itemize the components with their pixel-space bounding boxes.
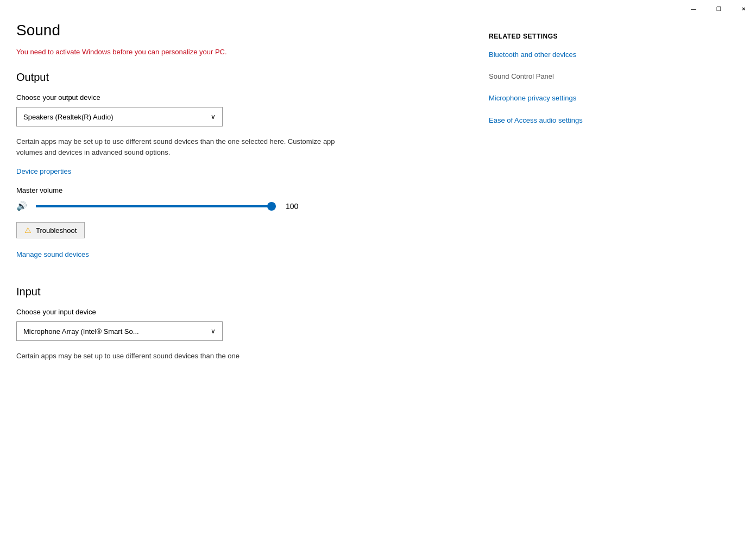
minimize-button[interactable]: —: [681, 0, 706, 17]
speaker-icon: 🔊: [16, 201, 29, 211]
sound-control-panel-text: Sound Control Panel: [489, 72, 646, 81]
output-section: Output Choose your output device Speaker…: [16, 71, 467, 269]
title-bar: — ❐ ✕: [681, 0, 756, 17]
chevron-down-icon: ∨: [211, 113, 216, 121]
ease-of-access-link[interactable]: Ease of Access audio settings: [489, 116, 646, 125]
related-settings-title: Related Settings: [489, 33, 646, 40]
troubleshoot-button[interactable]: ⚠ Troubleshoot: [16, 222, 85, 238]
bluetooth-link[interactable]: Bluetooth and other devices: [489, 50, 646, 60]
input-section-title: Input: [16, 286, 467, 298]
output-description: Certain apps may be set up to use differ…: [16, 136, 353, 157]
device-properties-link[interactable]: Device properties: [16, 167, 71, 175]
master-volume-label: Master volume: [16, 186, 467, 194]
input-description: Certain apps may be set up to use differ…: [16, 351, 353, 362]
left-panel: Sound You need to activate Windows befor…: [16, 22, 489, 370]
output-device-dropdown[interactable]: Speakers (Realtek(R) Audio) ∨: [16, 107, 223, 126]
right-panel: Related Settings Bluetooth and other dev…: [489, 22, 663, 370]
choose-input-label: Choose your input device: [16, 308, 467, 316]
main-content: Sound You need to activate Windows befor…: [0, 0, 756, 392]
volume-value: 100: [286, 202, 298, 211]
restore-button[interactable]: ❐: [706, 0, 731, 17]
output-device-value: Speakers (Realtek(R) Audio): [23, 113, 113, 121]
slider-thumb[interactable]: [267, 202, 276, 211]
choose-output-label: Choose your output device: [16, 93, 467, 102]
page-title: Sound: [16, 22, 467, 39]
microphone-privacy-link[interactable]: Microphone privacy settings: [489, 93, 646, 103]
activation-warning: You need to activate Windows before you …: [16, 48, 467, 56]
manage-sound-devices-link[interactable]: Manage sound devices: [16, 250, 89, 258]
input-device-value: Microphone Array (Intel® Smart So...: [23, 327, 139, 336]
output-section-title: Output: [16, 71, 467, 84]
volume-slider[interactable]: [36, 205, 275, 207]
chevron-down-icon-input: ∨: [211, 327, 216, 335]
slider-fill: [36, 205, 275, 207]
volume-row: 🔊 100: [16, 201, 467, 211]
troubleshoot-label: Troubleshoot: [36, 226, 77, 235]
input-device-dropdown[interactable]: Microphone Array (Intel® Smart So... ∨: [16, 321, 223, 341]
input-section: Input Choose your input device Microphon…: [16, 286, 467, 362]
close-button[interactable]: ✕: [731, 0, 756, 17]
warning-icon: ⚠: [24, 226, 32, 235]
